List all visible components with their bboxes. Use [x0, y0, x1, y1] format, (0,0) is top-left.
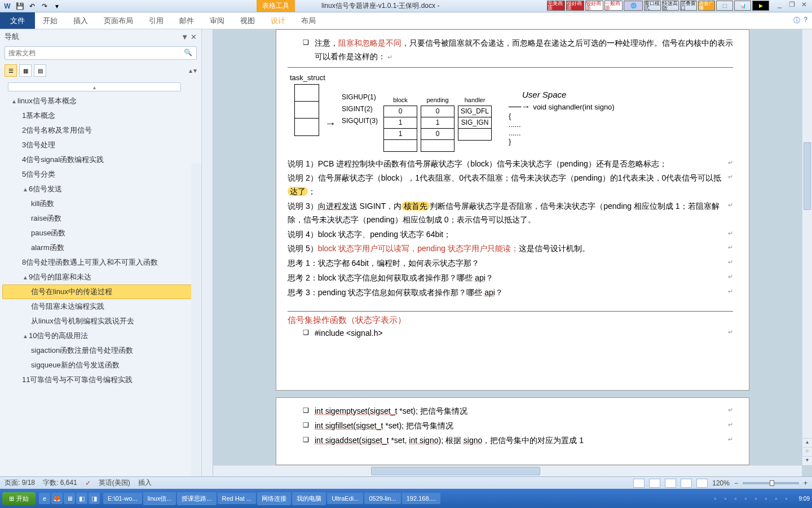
app-icon[interactable]: ◨	[89, 493, 100, 504]
save-icon[interactable]: 💾	[15, 1, 25, 11]
tool-icon-2[interactable]: 📊	[734, 1, 751, 11]
tree-item[interactable]: ▲10信号的高级用法	[2, 329, 199, 343]
task-item[interactable]: E:\01-wo...	[103, 493, 142, 504]
tab-references[interactable]: 引用	[141, 12, 171, 29]
file-tab[interactable]: 文件	[0, 12, 35, 29]
tree-item[interactable]: 8信号处理函数遇上可重入和不可重入函数	[2, 255, 199, 270]
zoom-out-icon[interactable]: −	[734, 479, 738, 487]
toggle-icon[interactable]: ▲	[22, 274, 29, 281]
tray-icon[interactable]: ▫	[735, 496, 743, 502]
tree-item[interactable]: 信号在linux中的传递过程	[2, 284, 199, 299]
tab-insert[interactable]: 插入	[65, 12, 96, 29]
tray-icon[interactable]: ▫	[714, 496, 722, 502]
outline-icon[interactable]	[681, 479, 692, 488]
globe-icon[interactable]: 🌐	[624, 1, 643, 11]
tab-home[interactable]: 开始	[35, 12, 65, 29]
task-item[interactable]: 授课思路...	[177, 492, 216, 505]
tab-layout[interactable]: 布局	[293, 12, 324, 29]
tree-item[interactable]: 3信号处理	[2, 138, 199, 152]
tree-item[interactable]: ▲6信号发送	[2, 182, 199, 196]
tab-mailings[interactable]: 邮件	[171, 12, 202, 29]
tray-icon[interactable]: ▫	[745, 496, 753, 502]
voice-broadcast[interactable]: 语音广播	[698, 1, 715, 11]
prev-page-icon[interactable]: ▴	[802, 438, 812, 447]
cascade-window[interactable]: 层叠窗口	[680, 1, 697, 11]
view-results-icon[interactable]: ▤	[34, 64, 46, 77]
task-item[interactable]: 网络连接	[257, 492, 291, 505]
browse-object-icon[interactable]: ○	[802, 447, 812, 456]
fast-mode[interactable]: 快速高效	[662, 1, 679, 11]
tree-item[interactable]: ▲9信号的阻塞和未达	[2, 270, 199, 284]
zoom-slider[interactable]	[743, 482, 799, 484]
language-indicator[interactable]: 英语(美国)	[99, 478, 130, 488]
tree-item[interactable]: raise函数	[2, 211, 199, 226]
insert-mode[interactable]: 插入	[138, 478, 152, 488]
print-layout-icon[interactable]	[633, 479, 645, 488]
task-item[interactable]: Red Hat ...	[218, 493, 257, 504]
task-item[interactable]: 0529-lin...	[364, 493, 400, 504]
quality-normal[interactable]: 一般画质	[604, 1, 623, 11]
tray-icon[interactable]: ▫	[765, 496, 773, 502]
quality-perfect[interactable]: 完美画质	[547, 1, 565, 11]
firefox-icon[interactable]: 🦊	[51, 493, 63, 504]
tree-item[interactable]: 信号阻塞未达编程实践	[2, 299, 199, 314]
tray-icon[interactable]: ▫	[785, 496, 793, 502]
vertical-scrollbar[interactable]	[802, 29, 812, 465]
tool-icon-1[interactable]: ⬚	[716, 1, 733, 11]
toggle-icon[interactable]: ▲	[22, 333, 29, 339]
zoom-level[interactable]: 120%	[712, 479, 730, 487]
tray-icon[interactable]: ▫	[755, 496, 763, 502]
redo-icon[interactable]: ↷	[39, 1, 50, 11]
search-icon[interactable]: 🔍	[184, 49, 192, 56]
nav-scrollbar[interactable]	[191, 164, 201, 476]
toggle-icon[interactable]: ▲	[11, 98, 17, 104]
tray-icon[interactable]: ▫	[775, 496, 783, 502]
window-mode[interactable]: 窗口模式	[644, 1, 661, 11]
ribbon-minimize-icon[interactable]: ⓘ	[793, 16, 800, 25]
tab-view[interactable]: 视图	[232, 12, 263, 29]
tab-review[interactable]: 审阅	[202, 12, 232, 29]
search-input[interactable]	[5, 46, 197, 60]
fullscreen-icon[interactable]	[649, 479, 660, 488]
task-item[interactable]: 192.168....	[402, 493, 440, 504]
clock[interactable]: 9:09	[799, 496, 810, 502]
undo-icon[interactable]: ↶	[27, 1, 37, 11]
draft-icon[interactable]	[696, 479, 708, 488]
tool-icon-3[interactable]: ▶	[752, 1, 769, 11]
horizontal-scrollbar[interactable]	[213, 465, 802, 476]
desktop-icon[interactable]: 🖥	[64, 493, 75, 504]
task-item[interactable]: linux信...	[143, 492, 176, 505]
nav-close-icon[interactable]: ✕	[191, 33, 197, 41]
restore-icon[interactable]: ❐	[786, 1, 797, 11]
minimize-icon[interactable]: ⎯	[774, 1, 785, 11]
tab-design[interactable]: 设计	[263, 12, 293, 29]
word-count[interactable]: 字数: 6,641	[43, 478, 77, 488]
tree-item[interactable]: ▲linux信号基本概念	[2, 94, 199, 108]
quality-good[interactable]: 很好画质	[566, 1, 584, 11]
toggle-icon[interactable]: ▲	[22, 186, 29, 192]
app-icon[interactable]: ◧	[76, 493, 87, 504]
tree-item[interactable]: sigqueue新的信号发送函数	[2, 358, 199, 373]
tree-item[interactable]: 11可靠信号与不可靠信号编程实践	[2, 373, 199, 387]
tray-icon[interactable]: ▫	[725, 496, 732, 502]
tree-item[interactable]: 1基本概念	[2, 108, 199, 123]
task-item[interactable]: UltraEdi...	[327, 493, 363, 504]
collapse-all-bar[interactable]: ▴	[8, 82, 181, 91]
page-indicator[interactable]: 页面: 9/18	[5, 478, 35, 488]
tree-item[interactable]: 从linux信号机制编程实践说开去	[2, 314, 199, 329]
tree-item[interactable]: 5信号分类	[2, 167, 199, 182]
nav-dropdown-icon[interactable]: ▼	[181, 33, 188, 41]
quality-fair[interactable]: 较好画质	[585, 1, 603, 11]
zoom-in-icon[interactable]: +	[804, 479, 807, 487]
qat-dropdown-icon[interactable]: ▾	[52, 1, 62, 11]
nav-up-icon[interactable]: ▴	[189, 67, 192, 75]
next-page-icon[interactable]: ▾	[802, 456, 812, 465]
nav-down-icon[interactable]: ▾	[193, 67, 197, 75]
ie-icon[interactable]: e	[39, 493, 50, 504]
view-headings-icon[interactable]: ☰	[5, 64, 17, 77]
web-layout-icon[interactable]	[665, 479, 676, 488]
tree-item[interactable]: alarm函数	[2, 240, 199, 255]
tree-item[interactable]: kill函数	[2, 196, 199, 211]
tree-item[interactable]: pause函数	[2, 226, 199, 240]
close-icon[interactable]: ✕	[798, 1, 810, 11]
